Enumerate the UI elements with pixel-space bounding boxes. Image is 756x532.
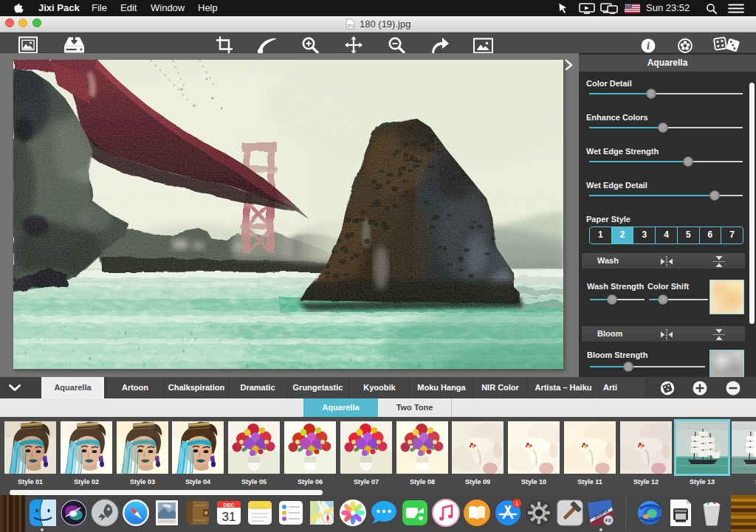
svg-text:i: i [647, 41, 650, 52]
svg-text:31: 31 [222, 510, 236, 524]
svg-text:DEC: DEC [224, 502, 235, 508]
svg-text:JPG: JPG [347, 24, 354, 28]
svg-text:1: 1 [515, 500, 518, 507]
svg-text:FX: FX [605, 518, 612, 523]
